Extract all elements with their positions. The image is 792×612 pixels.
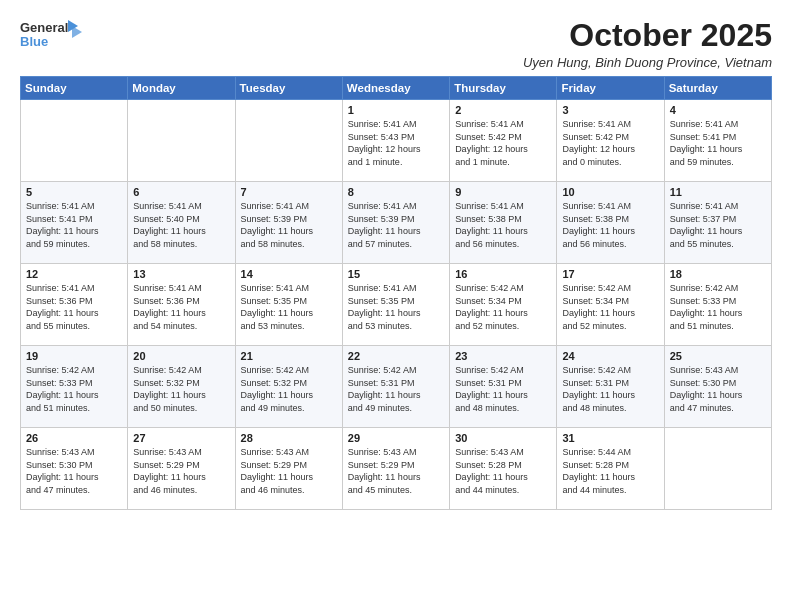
location-subtitle: Uyen Hung, Binh Duong Province, Vietnam <box>523 55 772 70</box>
calendar-cell: 23Sunrise: 5:42 AMSunset: 5:31 PMDayligh… <box>450 346 557 428</box>
calendar-cell: 20Sunrise: 5:42 AMSunset: 5:32 PMDayligh… <box>128 346 235 428</box>
calendar-cell: 29Sunrise: 5:43 AMSunset: 5:29 PMDayligh… <box>342 428 449 510</box>
day-number: 10 <box>562 186 658 198</box>
cell-content: Sunrise: 5:42 AMSunset: 5:31 PMDaylight:… <box>348 364 444 414</box>
cell-content: Sunrise: 5:41 AMSunset: 5:37 PMDaylight:… <box>670 200 766 250</box>
calendar-cell: 19Sunrise: 5:42 AMSunset: 5:33 PMDayligh… <box>21 346 128 428</box>
calendar-day-header: Thursday <box>450 77 557 100</box>
calendar-cell: 14Sunrise: 5:41 AMSunset: 5:35 PMDayligh… <box>235 264 342 346</box>
day-number: 18 <box>670 268 766 280</box>
day-number: 19 <box>26 350 122 362</box>
day-number: 25 <box>670 350 766 362</box>
calendar-cell: 9Sunrise: 5:41 AMSunset: 5:38 PMDaylight… <box>450 182 557 264</box>
calendar-day-header: Monday <box>128 77 235 100</box>
calendar-cell: 2Sunrise: 5:41 AMSunset: 5:42 PMDaylight… <box>450 100 557 182</box>
day-number: 12 <box>26 268 122 280</box>
calendar-cell <box>128 100 235 182</box>
cell-content: Sunrise: 5:43 AMSunset: 5:29 PMDaylight:… <box>133 446 229 496</box>
day-number: 8 <box>348 186 444 198</box>
day-number: 21 <box>241 350 337 362</box>
calendar-day-header: Wednesday <box>342 77 449 100</box>
cell-content: Sunrise: 5:41 AMSunset: 5:38 PMDaylight:… <box>455 200 551 250</box>
cell-content: Sunrise: 5:43 AMSunset: 5:28 PMDaylight:… <box>455 446 551 496</box>
calendar-cell: 1Sunrise: 5:41 AMSunset: 5:43 PMDaylight… <box>342 100 449 182</box>
cell-content: Sunrise: 5:41 AMSunset: 5:41 PMDaylight:… <box>26 200 122 250</box>
calendar-cell: 4Sunrise: 5:41 AMSunset: 5:41 PMDaylight… <box>664 100 771 182</box>
day-number: 9 <box>455 186 551 198</box>
cell-content: Sunrise: 5:42 AMSunset: 5:31 PMDaylight:… <box>455 364 551 414</box>
calendar-cell <box>21 100 128 182</box>
day-number: 6 <box>133 186 229 198</box>
day-number: 27 <box>133 432 229 444</box>
day-number: 23 <box>455 350 551 362</box>
calendar-cell: 12Sunrise: 5:41 AMSunset: 5:36 PMDayligh… <box>21 264 128 346</box>
day-number: 28 <box>241 432 337 444</box>
cell-content: Sunrise: 5:41 AMSunset: 5:35 PMDaylight:… <box>348 282 444 332</box>
cell-content: Sunrise: 5:41 AMSunset: 5:38 PMDaylight:… <box>562 200 658 250</box>
calendar-week-row: 26Sunrise: 5:43 AMSunset: 5:30 PMDayligh… <box>21 428 772 510</box>
cell-content: Sunrise: 5:41 AMSunset: 5:39 PMDaylight:… <box>348 200 444 250</box>
page-header: GeneralBlue October 2025 Uyen Hung, Binh… <box>20 18 772 70</box>
cell-content: Sunrise: 5:43 AMSunset: 5:30 PMDaylight:… <box>26 446 122 496</box>
calendar-cell: 22Sunrise: 5:42 AMSunset: 5:31 PMDayligh… <box>342 346 449 428</box>
day-number: 29 <box>348 432 444 444</box>
calendar-day-header: Saturday <box>664 77 771 100</box>
cell-content: Sunrise: 5:41 AMSunset: 5:35 PMDaylight:… <box>241 282 337 332</box>
calendar-cell: 26Sunrise: 5:43 AMSunset: 5:30 PMDayligh… <box>21 428 128 510</box>
day-number: 1 <box>348 104 444 116</box>
cell-content: Sunrise: 5:41 AMSunset: 5:43 PMDaylight:… <box>348 118 444 168</box>
logo: GeneralBlue <box>20 18 82 52</box>
calendar-cell <box>235 100 342 182</box>
cell-content: Sunrise: 5:41 AMSunset: 5:41 PMDaylight:… <box>670 118 766 168</box>
day-number: 24 <box>562 350 658 362</box>
day-number: 13 <box>133 268 229 280</box>
calendar-day-header: Tuesday <box>235 77 342 100</box>
cell-content: Sunrise: 5:41 AMSunset: 5:40 PMDaylight:… <box>133 200 229 250</box>
calendar-cell: 21Sunrise: 5:42 AMSunset: 5:32 PMDayligh… <box>235 346 342 428</box>
month-title: October 2025 <box>523 18 772 53</box>
calendar-cell: 11Sunrise: 5:41 AMSunset: 5:37 PMDayligh… <box>664 182 771 264</box>
calendar-cell <box>664 428 771 510</box>
day-number: 3 <box>562 104 658 116</box>
calendar-cell: 15Sunrise: 5:41 AMSunset: 5:35 PMDayligh… <box>342 264 449 346</box>
calendar-cell: 18Sunrise: 5:42 AMSunset: 5:33 PMDayligh… <box>664 264 771 346</box>
cell-content: Sunrise: 5:41 AMSunset: 5:42 PMDaylight:… <box>455 118 551 168</box>
day-number: 15 <box>348 268 444 280</box>
calendar-cell: 31Sunrise: 5:44 AMSunset: 5:28 PMDayligh… <box>557 428 664 510</box>
calendar-day-header: Sunday <box>21 77 128 100</box>
calendar-cell: 25Sunrise: 5:43 AMSunset: 5:30 PMDayligh… <box>664 346 771 428</box>
cell-content: Sunrise: 5:42 AMSunset: 5:33 PMDaylight:… <box>26 364 122 414</box>
calendar-cell: 3Sunrise: 5:41 AMSunset: 5:42 PMDaylight… <box>557 100 664 182</box>
day-number: 30 <box>455 432 551 444</box>
day-number: 4 <box>670 104 766 116</box>
day-number: 5 <box>26 186 122 198</box>
cell-content: Sunrise: 5:41 AMSunset: 5:36 PMDaylight:… <box>133 282 229 332</box>
cell-content: Sunrise: 5:43 AMSunset: 5:29 PMDaylight:… <box>348 446 444 496</box>
day-number: 31 <box>562 432 658 444</box>
calendar-cell: 5Sunrise: 5:41 AMSunset: 5:41 PMDaylight… <box>21 182 128 264</box>
day-number: 7 <box>241 186 337 198</box>
calendar-cell: 7Sunrise: 5:41 AMSunset: 5:39 PMDaylight… <box>235 182 342 264</box>
calendar-week-row: 1Sunrise: 5:41 AMSunset: 5:43 PMDaylight… <box>21 100 772 182</box>
calendar-cell: 17Sunrise: 5:42 AMSunset: 5:34 PMDayligh… <box>557 264 664 346</box>
cell-content: Sunrise: 5:43 AMSunset: 5:29 PMDaylight:… <box>241 446 337 496</box>
calendar-week-row: 19Sunrise: 5:42 AMSunset: 5:33 PMDayligh… <box>21 346 772 428</box>
day-number: 26 <box>26 432 122 444</box>
calendar-week-row: 5Sunrise: 5:41 AMSunset: 5:41 PMDaylight… <box>21 182 772 264</box>
calendar-cell: 28Sunrise: 5:43 AMSunset: 5:29 PMDayligh… <box>235 428 342 510</box>
day-number: 17 <box>562 268 658 280</box>
calendar-day-header: Friday <box>557 77 664 100</box>
cell-content: Sunrise: 5:42 AMSunset: 5:34 PMDaylight:… <box>455 282 551 332</box>
day-number: 20 <box>133 350 229 362</box>
calendar-cell: 8Sunrise: 5:41 AMSunset: 5:39 PMDaylight… <box>342 182 449 264</box>
calendar-cell: 24Sunrise: 5:42 AMSunset: 5:31 PMDayligh… <box>557 346 664 428</box>
calendar-cell: 27Sunrise: 5:43 AMSunset: 5:29 PMDayligh… <box>128 428 235 510</box>
calendar-header-row: SundayMondayTuesdayWednesdayThursdayFrid… <box>21 77 772 100</box>
calendar-cell: 16Sunrise: 5:42 AMSunset: 5:34 PMDayligh… <box>450 264 557 346</box>
cell-content: Sunrise: 5:41 AMSunset: 5:42 PMDaylight:… <box>562 118 658 168</box>
calendar-table: SundayMondayTuesdayWednesdayThursdayFrid… <box>20 76 772 510</box>
day-number: 2 <box>455 104 551 116</box>
title-block: October 2025 Uyen Hung, Binh Duong Provi… <box>523 18 772 70</box>
day-number: 22 <box>348 350 444 362</box>
cell-content: Sunrise: 5:42 AMSunset: 5:33 PMDaylight:… <box>670 282 766 332</box>
